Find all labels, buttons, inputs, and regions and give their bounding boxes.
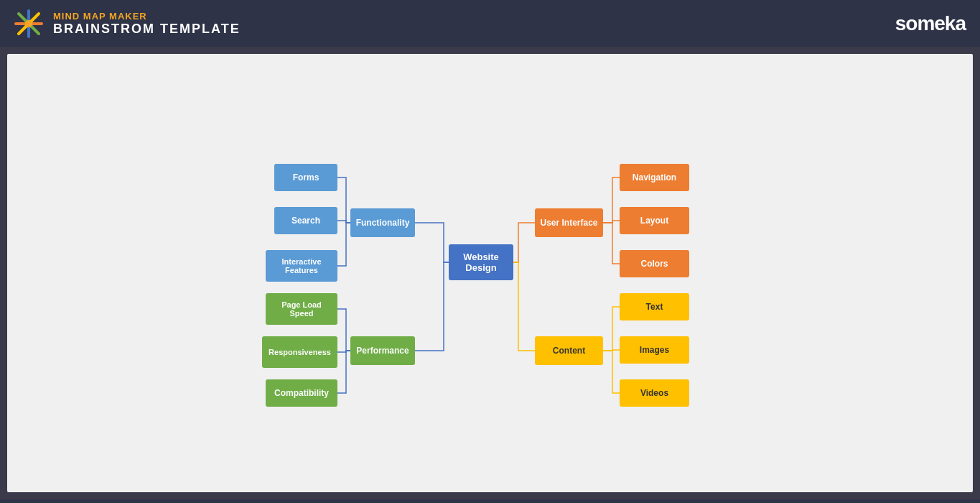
node-videos[interactable]: Videos <box>620 379 689 407</box>
node-website-design[interactable]: WebsiteDesign <box>449 244 513 280</box>
someka-bold: omeka <box>905 12 966 34</box>
mindmap: WebsiteDesign Functionality Forms Search… <box>7 54 973 492</box>
node-user-interface[interactable]: User Interface <box>535 208 603 237</box>
canvas: WebsiteDesign Functionality Forms Search… <box>7 54 973 492</box>
node-search-label: Search <box>291 216 320 226</box>
node-content-label: Content <box>553 346 585 356</box>
app-title: MIND MAP MAKER <box>53 11 241 22</box>
node-page-load-speed[interactable]: Page LoadSpeed <box>266 293 337 325</box>
node-text[interactable]: Text <box>620 293 689 320</box>
node-images-label: Images <box>640 345 669 355</box>
header-titles: MIND MAP MAKER BRAINSTROM TEMPLATE <box>53 11 241 37</box>
node-text-label: Text <box>646 302 663 312</box>
node-page-load-speed-label: Page LoadSpeed <box>281 300 322 318</box>
node-compatibility-label: Compatibility <box>274 388 329 398</box>
node-interactive-features[interactable]: InteractiveFeatures <box>266 250 337 282</box>
node-user-interface-label: User Interface <box>540 218 597 228</box>
node-layout-label: Layout <box>640 216 668 226</box>
node-forms-label: Forms <box>293 172 319 183</box>
someka-logo: someka <box>895 12 966 35</box>
node-navigation-label: Navigation <box>633 172 676 183</box>
node-navigation[interactable]: Navigation <box>620 164 689 191</box>
node-responsiveness-label: Responsiveness <box>269 348 331 356</box>
node-website-design-label: WebsiteDesign <box>463 251 499 273</box>
template-title: BRAINSTROM TEMPLATE <box>53 22 241 37</box>
node-performance-label: Performance <box>356 346 409 356</box>
node-videos-label: Videos <box>640 388 668 398</box>
header: MIND MAP MAKER BRAINSTROM TEMPLATE somek… <box>0 0 980 47</box>
logo-icon <box>14 9 43 38</box>
footer <box>0 499 980 503</box>
node-search[interactable]: Search <box>274 207 337 234</box>
node-forms[interactable]: Forms <box>274 164 337 191</box>
svg-point-5 <box>25 20 32 27</box>
header-left: MIND MAP MAKER BRAINSTROM TEMPLATE <box>14 9 241 38</box>
node-functionality[interactable]: Functionality <box>350 208 415 237</box>
node-performance[interactable]: Performance <box>350 336 415 365</box>
node-colors[interactable]: Colors <box>620 250 689 277</box>
node-responsiveness[interactable]: Responsiveness <box>262 336 337 368</box>
node-colors-label: Colors <box>640 259 668 269</box>
node-layout[interactable]: Layout <box>620 207 689 234</box>
node-interactive-features-label: InteractiveFeatures <box>281 257 321 274</box>
node-content[interactable]: Content <box>535 336 603 365</box>
node-compatibility[interactable]: Compatibility <box>266 379 337 407</box>
someka-text: s <box>895 12 906 34</box>
node-functionality-label: Functionality <box>356 218 410 228</box>
node-images[interactable]: Images <box>620 336 689 364</box>
